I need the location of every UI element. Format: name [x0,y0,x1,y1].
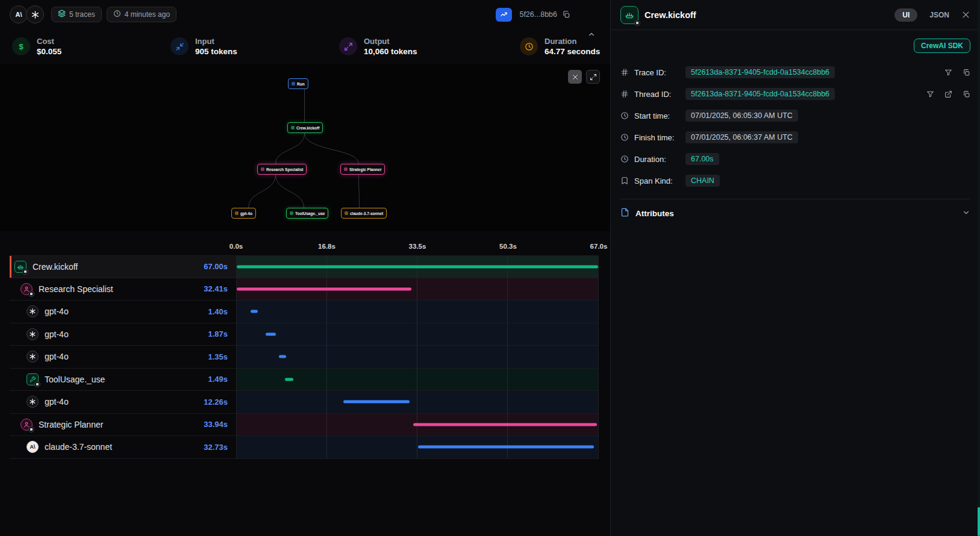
graph-node-research-specialist[interactable]: Research Specialist [257,164,307,175]
span-duration: 1.35s [208,352,228,361]
span-bar[interactable] [413,423,596,426]
span-duration: 32.41s [204,284,228,293]
field-value: 5f2613da-8371-9405-fcdd-0a1534cc8bb6 [685,88,835,100]
span-duration: 33.94s [204,420,228,429]
span-bar[interactable] [418,446,595,449]
span-bar[interactable] [251,310,258,313]
stat-input-value: 905 tokens [195,47,237,56]
agent-icon [20,283,33,295]
span-bar[interactable] [285,378,293,381]
copy-icon[interactable] [963,90,970,98]
span-bar[interactable] [343,400,410,404]
openai-logo-icon [26,5,44,23]
span-bar[interactable] [237,287,411,290]
stat-output-value: 10,060 tokens [364,47,417,56]
stat-input-label: Input [195,37,237,46]
graph-expand-button[interactable] [586,70,600,84]
filter-icon[interactable] [926,90,934,98]
stat-input: Input 905 tokens [170,37,339,56]
expand-icon [590,73,597,81]
graph-node-strategic-planner[interactable]: Strategic Planner [340,164,385,175]
trace-id-short: 5f26...8bb6 [519,10,557,19]
sdk-badge: CrewAI SDK [914,39,970,53]
attributes-section-toggle[interactable]: Attributes [620,199,970,219]
trending-up-icon [500,10,508,19]
traces-count-badge[interactable]: 5 traces [51,7,102,22]
waterfall-row-research-specialist[interactable]: Research Specialist32.41s [10,278,599,301]
span-name: gpt-4o [45,397,198,407]
copy-trace-id-icon[interactable] [562,10,570,19]
graph-node-claude[interactable]: claude-3.7-sonnet [341,208,387,219]
clock-icon [620,155,629,163]
graph-close-button[interactable] [568,70,582,84]
span-timeline-cell [236,436,599,458]
span-label-cell: ToolUsage._use1.49s [10,369,236,391]
filter-icon[interactable] [944,69,952,76]
span-timeline-cell [236,369,599,391]
span-bar[interactable] [266,332,276,335]
copy-icon[interactable] [963,69,970,76]
panel-scrollbar[interactable] [978,0,980,536]
span-detail-panel: Crew.kickoff UI JSON CrewAI SDK Trace ID… [611,0,980,536]
waterfall-row-strategic-planner[interactable]: Strategic Planner33.94s [10,414,599,437]
clock-icon [113,10,121,19]
span-title: Crew.kickoff [644,10,888,20]
arrows-out-icon [339,37,357,55]
field-label: Start time: [634,111,680,120]
waterfall-row-gpt-4o[interactable]: gpt-4o12.26s [10,391,599,414]
crew-icon [14,261,27,273]
hash-icon [620,90,629,98]
clock-icon [520,37,538,55]
tab-ui[interactable]: UI [894,8,917,22]
tab-json[interactable]: JSON [929,11,949,19]
span-name: Strategic Planner [39,420,198,429]
waterfall-row-gpt-4o[interactable]: gpt-4o1.87s [10,323,599,346]
trace-graph-panel[interactable]: Run Crew.kickoff Research Specialist Str… [0,64,610,231]
stat-cost-label: Cost [37,37,61,46]
detail-field-span-kind: Span Kind:CHAIN [620,170,970,192]
waterfall-row-claude-3-7-sonnet[interactable]: A\claude-3.7-sonnet32.73s [10,436,599,459]
field-value: 07/01/2025, 06:05:30 AM UTC [685,110,798,122]
graph-node-run[interactable]: Run [288,78,308,89]
arrows-in-icon [170,37,189,55]
axis-tick: 0.0s [229,243,243,250]
span-bar[interactable] [237,265,598,268]
span-label-cell: gpt-4o1.87s [10,323,236,346]
axis-tick: 50.3s [499,243,517,250]
span-name: claude-3.7-sonnet [45,442,198,452]
traces-count-label: 5 traces [69,10,95,19]
stat-duration-value: 64.77 seconds [545,47,600,56]
waterfall-row-crew-kickoff[interactable]: Crew.kickoff67.00s [10,255,599,278]
span-name: ToolUsage._use [45,375,202,384]
stat-output: Output 10,060 tokens [339,37,520,56]
span-bar[interactable] [279,355,286,358]
graph-node-crew-kickoff[interactable]: Crew.kickoff [287,122,323,133]
trace-topbar: A\ 5 traces 4 minutes ago 5f26...8bb6 [0,0,610,29]
span-name: Research Specialist [39,284,198,294]
span-timeline-cell [236,301,599,323]
field-label: Span Kind: [634,176,680,185]
waterfall-row-gpt-4o[interactable]: gpt-4o1.40s [10,301,599,323]
span-timeline-cell [236,391,599,413]
waterfall-row-toolusage-use[interactable]: ToolUsage._use1.49s [10,369,599,391]
span-timeline-cell [236,346,599,368]
waterfall-row-gpt-4o[interactable]: gpt-4o1.35s [10,346,599,369]
collapse-stats-chevron-icon[interactable] [587,30,596,41]
span-duration: 1.40s [208,307,228,316]
stat-cost-value: $0.055 [37,47,61,56]
span-duration: 12.26s [204,397,228,407]
panel-close-icon[interactable] [961,10,970,19]
axis-tick: 67.0s [590,243,608,250]
graph-node-gpt-4o[interactable]: gpt-4o [231,208,256,219]
span-label-cell: Strategic Planner33.94s [10,414,236,436]
external-icon[interactable] [944,90,952,98]
waterfall-time-axis: 0.0s16.8s33.5s50.3s67.0s [236,231,599,255]
waterfall-chart: 0.0s16.8s33.5s50.3s67.0s Crew.kickoff67.… [10,231,599,459]
openai-icon [27,305,39,317]
trace-metrics-button[interactable] [496,8,512,22]
field-value: 67.00s [685,153,719,165]
graph-node-toolusage[interactable]: ToolUsage._use [286,208,328,219]
dollar-icon: $ [12,37,30,55]
detail-field-duration: Duration:67.00s [620,148,970,170]
field-value: 5f2613da-8371-9405-fcdd-0a1534cc8bb6 [685,66,835,78]
